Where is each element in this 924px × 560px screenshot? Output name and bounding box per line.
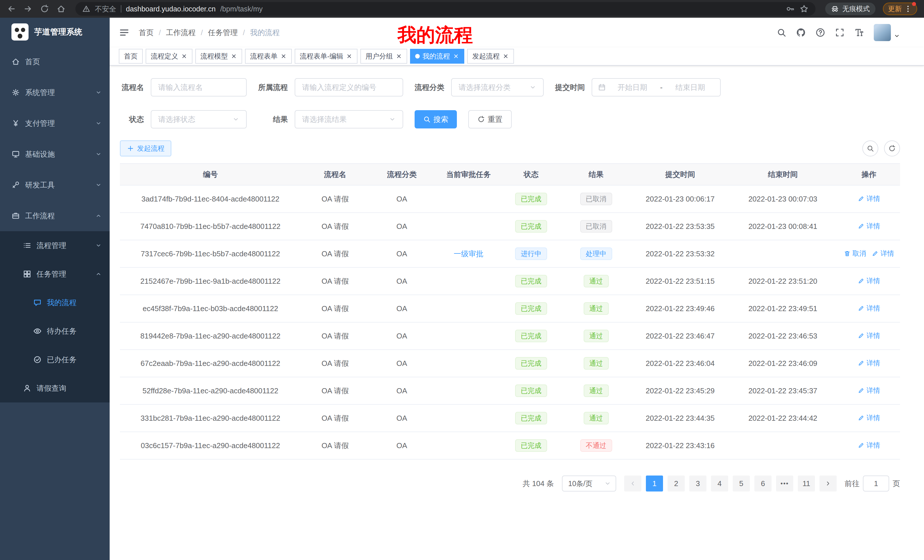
chevron-left-icon [629,480,636,487]
reload-icon[interactable] [40,4,49,13]
current-task-link[interactable]: 一级审批 [454,249,483,259]
page-button-2[interactable]: 2 [668,476,685,491]
page-button-5[interactable]: 5 [733,476,750,491]
page-button-3[interactable]: 3 [689,476,706,491]
bookmark-star-icon[interactable] [800,4,808,13]
github-icon[interactable] [796,28,806,37]
goto-page-input[interactable] [863,476,889,491]
close-icon[interactable] [181,53,188,59]
page-button-11[interactable]: 11 [798,476,815,491]
process-key-input[interactable] [295,78,403,96]
sidebar-item-infra[interactable]: 基础设施 [0,139,110,169]
sidebar-item-label: 基础设施 [25,149,55,159]
close-icon[interactable] [280,53,286,59]
process-category: OA [396,359,407,368]
help-icon[interactable] [816,28,825,37]
submit-time: 2022-01-23 00:06:17 [646,195,714,203]
result-tag: 已取消 [580,220,612,233]
sidebar-item-process-mgmt[interactable]: 流程管理 [0,231,110,260]
detail-link[interactable]: 详情 [858,386,880,395]
sidebar-item-my-process[interactable]: 我的流程 [0,288,110,317]
submit-time: 2022-01-22 23:46:47 [646,332,714,340]
sidebar-item-done-task[interactable]: 已办任务 [0,345,110,374]
breadcrumb-item[interactable]: 任务管理 [208,28,238,38]
process-category: OA [396,222,407,231]
url-bar[interactable]: 不安全 dashboard.yudao.iocoder.cn/bpm/task/… [75,2,816,16]
detail-link[interactable]: 详情 [858,276,880,285]
update-button[interactable]: 更新 [883,3,917,15]
page-button-1[interactable]: 1 [646,476,663,491]
page-button-6[interactable]: 6 [754,476,771,491]
tab-create-process[interactable]: 发起流程 [467,49,514,64]
back-icon[interactable] [7,4,16,13]
sidebar-item-payment[interactable]: 支付管理 [0,108,110,139]
page-ellipsis[interactable]: ••• [776,476,793,491]
detail-link[interactable]: 详情 [872,249,894,258]
font-size-icon[interactable] [854,28,864,37]
tab-process-form[interactable]: 流程表单 [245,49,292,64]
close-icon[interactable] [231,53,237,59]
close-icon[interactable] [396,53,402,59]
warning-icon[interactable] [82,5,90,13]
detail-link[interactable]: 详情 [858,222,880,231]
breadcrumb-item[interactable]: 工作流程 [166,28,196,38]
close-icon[interactable] [502,53,509,59]
cancel-label: 取消 [852,249,866,258]
chevron-down-icon [389,116,396,123]
close-icon[interactable] [346,53,352,59]
process-name: OA 请假 [321,359,349,368]
sidebar-item-home[interactable]: 首页 [0,46,110,77]
refresh-table-button[interactable] [884,141,900,156]
create-process-button[interactable]: 发起流程 [120,141,171,156]
page-size-select[interactable]: 10条/页 [562,476,616,491]
browser-menu-icon[interactable] [904,5,912,13]
sidebar-toggle-icon[interactable] [119,27,130,38]
fullscreen-icon[interactable] [835,28,844,37]
tab-process-definition[interactable]: 流程定义 [146,49,192,64]
user-avatar-menu[interactable] [874,24,900,41]
detail-link[interactable]: 详情 [858,331,880,340]
result-tag: 通过 [584,275,609,287]
breadcrumb-item[interactable]: 首页 [139,28,154,38]
logo-image [11,23,28,40]
tab-user-group[interactable]: 用户分组 [360,49,407,64]
search-button[interactable]: 搜索 [415,110,457,129]
date-range-picker[interactable]: 开始日期 - 结束日期 [592,78,721,96]
column-header: 结束时间 [728,163,838,185]
reset-button[interactable]: 重置 [468,110,512,129]
status-select[interactable]: 请选择状态 [151,110,247,129]
logo[interactable]: 芋道管理系统 [0,18,110,46]
password-key-icon[interactable] [786,4,795,13]
browser-home-icon[interactable] [57,4,66,13]
chevron-down-icon [95,120,102,126]
tab-home[interactable]: 首页 [119,49,143,64]
detail-link[interactable]: 详情 [858,441,880,450]
filter-label-name: 流程名 [120,82,144,93]
tab-my-process[interactable]: 我的流程 [410,49,464,64]
page-button-4[interactable]: 4 [711,476,728,491]
sidebar-item-todo-task[interactable]: 待办任务 [0,317,110,345]
toggle-search-button[interactable] [862,141,878,156]
detail-link[interactable]: 详情 [858,304,880,313]
category-select[interactable]: 请选择流程分类 [451,78,544,96]
close-icon[interactable] [453,53,459,59]
search-icon[interactable] [777,28,786,37]
prev-page-button[interactable] [624,476,641,491]
sidebar-item-task-mgmt[interactable]: 任务管理 [0,260,110,288]
sidebar-item-system[interactable]: 系统管理 [0,77,110,108]
process-name-input[interactable] [151,78,247,96]
detail-link[interactable]: 详情 [858,358,880,368]
forward-icon[interactable] [23,4,33,13]
result-select[interactable]: 请选择流结果 [295,110,403,129]
sidebar-item-leave-query[interactable]: 请假查询 [0,374,110,403]
detail-link[interactable]: 详情 [858,413,880,422]
sidebar-item-devtools[interactable]: 研发工具 [0,169,110,201]
edit-icon [858,223,865,229]
detail-link[interactable]: 详情 [858,194,880,203]
end-time: 2022-01-22 23:49:51 [748,304,817,313]
cancel-link[interactable]: 取消 [844,249,866,258]
next-page-button[interactable] [819,476,837,491]
tab-process-form-edit[interactable]: 流程表单-编辑 [295,49,357,64]
sidebar-item-workflow[interactable]: 工作流程 [0,201,110,231]
tab-process-model[interactable]: 流程模型 [195,49,242,64]
